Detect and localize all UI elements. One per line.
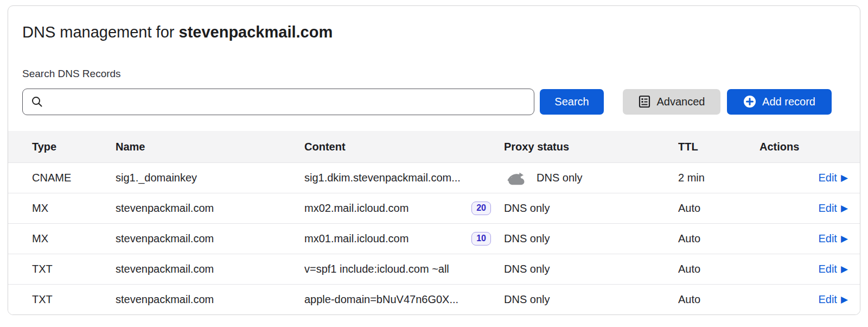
record-name: stevenpackmail.com [116, 293, 304, 306]
plus-circle-icon [743, 95, 756, 108]
search-input[interactable] [48, 95, 526, 108]
proxy-status-text: DNS only [504, 263, 550, 275]
record-name: sig1._domainkey [116, 172, 304, 184]
table-row: TXT stevenpackmail.com apple-domain=bNuV… [8, 284, 860, 315]
dns-only-cloud-icon [504, 171, 529, 186]
edit-label: Edit [818, 293, 837, 306]
record-ttl: 2 min [678, 172, 760, 184]
domain-name: stevenpackmail.com [179, 23, 333, 41]
edit-label: Edit [818, 172, 837, 184]
record-name: stevenpackmail.com [116, 232, 304, 245]
edit-arrow-icon: ▶ [841, 173, 848, 183]
record-ttl: Auto [678, 263, 760, 275]
table-row: MX stevenpackmail.com mx01.mail.icloud.c… [8, 223, 860, 254]
advanced-button-label: Advanced [657, 96, 705, 107]
record-content: mx01.mail.icloud.com [304, 232, 409, 245]
table-row: MX stevenpackmail.com mx02.mail.icloud.c… [8, 193, 860, 223]
record-name: stevenpackmail.com [116, 263, 304, 275]
header-ttl: TTL [678, 141, 760, 153]
advanced-button[interactable]: Advanced [623, 89, 720, 115]
record-ttl: Auto [678, 232, 760, 245]
record-type: MX [8, 232, 116, 245]
controls-row: Search Advanced Add record [22, 88, 846, 115]
add-record-button[interactable]: Add record [727, 89, 832, 115]
record-type: TXT [8, 263, 116, 275]
priority-badge: 20 [471, 202, 491, 215]
header-content: Content [304, 141, 504, 153]
edit-link[interactable]: Edit▶ [818, 293, 848, 306]
edit-arrow-icon: ▶ [841, 234, 848, 243]
proxy-status-text: DNS only [504, 293, 550, 306]
record-content: sig1.dkim.stevenpackmail.com... [304, 172, 461, 184]
search-input-wrapper[interactable] [22, 89, 534, 115]
edit-arrow-icon: ▶ [841, 295, 848, 304]
record-ttl: Auto [678, 202, 760, 215]
record-type: TXT [8, 293, 116, 306]
record-content: mx02.mail.icloud.com [304, 202, 409, 215]
search-button[interactable]: Search [540, 89, 604, 115]
edit-arrow-icon: ▶ [841, 204, 848, 213]
table-row: CNAME sig1._domainkey sig1.dkim.stevenpa… [8, 162, 860, 193]
add-record-button-label: Add record [762, 96, 815, 107]
page-title-prefix: DNS management for [22, 23, 179, 41]
header-name: Name [116, 141, 304, 153]
edit-link[interactable]: Edit▶ [818, 202, 848, 215]
edit-label: Edit [818, 263, 837, 275]
record-ttl: Auto [678, 293, 760, 306]
record-content: apple-domain=bNuV47n6G0X... [304, 293, 458, 306]
record-type: CNAME [8, 172, 116, 184]
table-row: TXT stevenpackmail.com v=spf1 include:ic… [8, 254, 860, 284]
edit-link[interactable]: Edit▶ [818, 232, 848, 245]
search-label: Search DNS Records [22, 68, 860, 80]
header-type: Type [8, 141, 116, 153]
header-actions: Actions [760, 141, 860, 153]
advanced-list-icon [639, 95, 650, 108]
header-proxy-status: Proxy status [504, 141, 678, 153]
edit-label: Edit [818, 232, 837, 245]
proxy-status-text: DNS only [504, 232, 550, 245]
dns-management-card: DNS management for stevenpackmail.com Se… [8, 5, 860, 315]
table-body: CNAME sig1._domainkey sig1.dkim.stevenpa… [8, 162, 860, 315]
search-icon [31, 96, 43, 108]
record-name: stevenpackmail.com [116, 202, 304, 215]
proxy-status-text: DNS only [537, 172, 582, 184]
edit-link[interactable]: Edit▶ [818, 172, 848, 184]
record-type: MX [8, 202, 116, 215]
dns-records-table: Type Name Content Proxy status TTL Actio… [8, 131, 860, 315]
page-title: DNS management for stevenpackmail.com [22, 22, 860, 42]
edit-link[interactable]: Edit▶ [818, 263, 848, 275]
record-content: v=spf1 include:icloud.com ~all [304, 263, 449, 275]
edit-label: Edit [818, 202, 837, 215]
priority-badge: 10 [471, 232, 491, 246]
edit-arrow-icon: ▶ [841, 265, 848, 274]
proxy-status-text: DNS only [504, 202, 550, 215]
table-header-row: Type Name Content Proxy status TTL Actio… [8, 131, 860, 162]
